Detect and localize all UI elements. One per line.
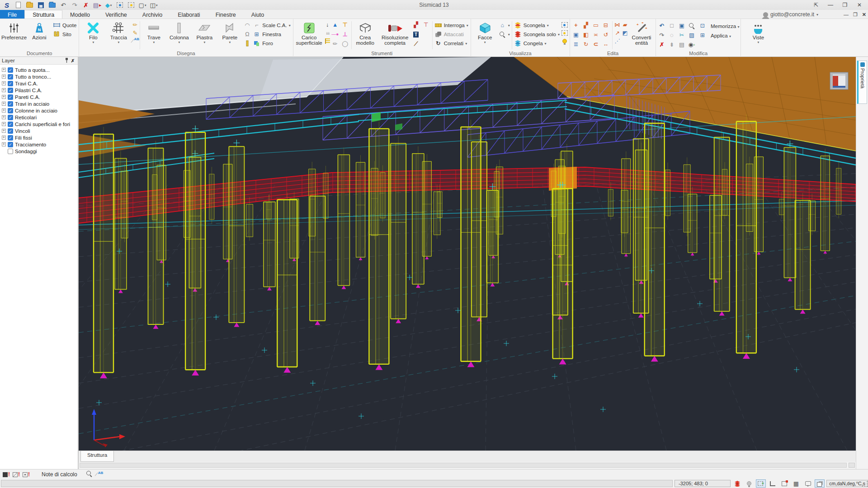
layer-tree-item[interactable]: +✓Fili fissi bbox=[2, 134, 78, 141]
wrap-icon[interactable]: ⊂ bbox=[591, 40, 600, 49]
text-find-button[interactable]: ⟋AB bbox=[95, 472, 104, 477]
ellipse-icon[interactable]: ◯ bbox=[341, 40, 349, 47]
expand-icon[interactable]: + bbox=[2, 68, 6, 72]
layers-state-button[interactable] bbox=[732, 479, 742, 488]
move-icon[interactable]: + bbox=[571, 21, 580, 30]
rotate-copy-icon[interactable]: ↻ bbox=[581, 40, 590, 49]
cone-support-icon[interactable]: ▲ bbox=[331, 21, 339, 28]
grid-toggle[interactable]: ▦ bbox=[791, 479, 801, 488]
expand-icon[interactable]: + bbox=[2, 81, 6, 85]
tab-struttura[interactable]: Struttura bbox=[24, 10, 62, 19]
doc-restore-button[interactable]: ❐ bbox=[853, 12, 858, 18]
layer-visibility-checkbox[interactable]: ✓ bbox=[8, 135, 13, 141]
sketch-pencil-icon[interactable]: ✏ bbox=[331, 40, 339, 47]
applica-label[interactable]: Applica ▾ bbox=[710, 33, 739, 38]
link-node-icon[interactable]: —● bbox=[331, 31, 339, 38]
tab-archivio[interactable]: Archivio bbox=[135, 10, 170, 19]
foro-button[interactable]: Foro bbox=[242, 39, 291, 47]
tile-windows-button[interactable]: ◫▾ bbox=[150, 1, 158, 9]
layer-visibility-checkbox[interactable]: ✓ bbox=[8, 88, 13, 93]
layer-tree-item[interactable]: +✓Pilastri C.A. bbox=[2, 87, 78, 94]
tab-modello[interactable]: Modello bbox=[62, 10, 98, 19]
delete-entity-icon[interactable]: ✗ bbox=[657, 41, 666, 49]
scongela-button[interactable]: Scongela ▾ bbox=[513, 21, 561, 29]
pin-panel-button[interactable] bbox=[63, 58, 70, 64]
text-style-icon[interactable]: T bbox=[412, 31, 420, 38]
cut-icon[interactable]: ✂ bbox=[677, 31, 686, 40]
rotate-icon[interactable]: ↺ bbox=[601, 31, 610, 39]
trave-button[interactable]: Trave ▾ bbox=[141, 20, 166, 45]
proprieta-tab[interactable]: Proprietà bbox=[857, 61, 867, 104]
layer-visibility-checkbox[interactable]: ✓ bbox=[8, 74, 13, 80]
apply-view-icon[interactable]: ⊞ bbox=[698, 31, 707, 40]
model-viewport[interactable] bbox=[79, 57, 856, 450]
layer-visibility-checkbox[interactable]: ✓ bbox=[8, 128, 13, 134]
isolate-selection-icon[interactable] bbox=[561, 21, 568, 28]
line-load-icon[interactable]: ↓↓↓ bbox=[324, 29, 331, 37]
attaccati-button[interactable]: Attaccati bbox=[434, 30, 469, 38]
memorizza-label[interactable]: Memorizza ▾ bbox=[710, 23, 739, 29]
polyline-edit-icon[interactable]: ↗ bbox=[613, 29, 621, 37]
pin-ribbon-button[interactable]: ⇱ bbox=[809, 0, 823, 9]
expand-icon[interactable]: + bbox=[2, 115, 6, 119]
clipboard-icon[interactable]: ▤ bbox=[677, 41, 686, 49]
layer-tree-item[interactable]: +✓Tutto a tronco... bbox=[2, 73, 78, 80]
risoluzione-completa-button[interactable]: Risoluzione completa bbox=[378, 20, 412, 46]
search-notes-button[interactable] bbox=[86, 471, 92, 478]
tooltip-toggle[interactable] bbox=[803, 479, 813, 488]
layer-tree-item[interactable]: +✓Tracciamento bbox=[2, 141, 78, 148]
traccia-button[interactable]: Traccia ▾ bbox=[106, 20, 131, 45]
screenshot-icon[interactable]: ◉+ bbox=[687, 41, 696, 49]
red-blocks-icon[interactable]: ▞ bbox=[412, 21, 420, 28]
tab-finestre[interactable]: Finestre bbox=[208, 10, 244, 19]
undo-history-icon[interactable]: ↶ bbox=[657, 22, 666, 30]
point-load-icon[interactable]: ↓ bbox=[324, 21, 331, 28]
text-leader-icon[interactable]: ⟋AB bbox=[131, 38, 139, 45]
minimize-button[interactable]: — bbox=[824, 0, 837, 9]
bulb-state-button[interactable] bbox=[744, 479, 754, 488]
trim-icon[interactable]: ⊟ bbox=[601, 21, 610, 30]
expand-icon[interactable]: + bbox=[2, 142, 6, 146]
horizontal-scrollbar[interactable] bbox=[79, 462, 856, 469]
red-beam-tool-icon[interactable]: ⊤ bbox=[422, 21, 430, 28]
solid-warning-button[interactable]: ! bbox=[3, 472, 10, 477]
colonna-button[interactable]: Colonna ▾ bbox=[166, 20, 192, 45]
select-filter-button[interactable] bbox=[127, 1, 135, 9]
layer-visibility-checkbox[interactable]: ✓ bbox=[8, 67, 13, 73]
expand-icon[interactable]: + bbox=[2, 95, 6, 99]
redo-history-icon[interactable]: ↷ bbox=[657, 31, 666, 40]
layer-visibility-checkbox[interactable]: ✓ bbox=[8, 81, 13, 86]
piastra-button[interactable]: Piastra ▾ bbox=[192, 20, 217, 45]
copy-icon[interactable]: ▣ bbox=[571, 31, 580, 39]
interroga-button[interactable]: Interroga ▾ bbox=[434, 21, 469, 29]
copy-array-icon[interactable]: ▞ bbox=[581, 21, 590, 30]
expand-icon[interactable]: + bbox=[2, 122, 6, 126]
layer-tree-item[interactable]: +✓Pareti C.A. bbox=[2, 94, 78, 100]
open-folder-button[interactable] bbox=[25, 1, 33, 9]
new-document-button[interactable] bbox=[14, 1, 22, 9]
snap-toggle[interactable] bbox=[779, 479, 789, 488]
post-support-icon[interactable]: ⊤ bbox=[341, 21, 349, 28]
account-menu[interactable]: giotto@concrete.it ▾ bbox=[763, 10, 818, 19]
array-icon[interactable]: ≣ bbox=[571, 40, 580, 49]
align-icon[interactable]: ≍ bbox=[591, 31, 600, 39]
expand-icon[interactable]: + bbox=[2, 108, 6, 113]
delete-button[interactable]: ✗ bbox=[82, 1, 90, 9]
expand-icon[interactable]: + bbox=[2, 88, 6, 92]
expand-icon[interactable]: + bbox=[2, 136, 6, 140]
pencil-edit-icon[interactable]: ✎ bbox=[131, 29, 139, 37]
layer-visibility-checkbox[interactable]: ✓ bbox=[8, 142, 13, 147]
filo-button[interactable]: Filo ▾ bbox=[80, 20, 106, 45]
scongela-solo-button[interactable]: Scongela solo ▾ bbox=[513, 30, 561, 38]
match-properties-icon[interactable]: ▰ bbox=[621, 21, 629, 28]
finestra-button[interactable]: Ω ⊞ Finestra bbox=[242, 30, 291, 38]
broom-icon[interactable]: ⟋ bbox=[412, 40, 420, 47]
open-project-button[interactable] bbox=[48, 1, 56, 9]
converti-entita-button[interactable]: +++ Converti entità bbox=[629, 20, 654, 46]
select-all-icon[interactable]: ▣ bbox=[677, 22, 686, 30]
layer-tree-item[interactable]: +✓Reticolari bbox=[2, 114, 78, 121]
hide-selection-icon[interactable] bbox=[561, 29, 568, 37]
doc-close-button[interactable]: ✕ bbox=[862, 12, 866, 18]
carico-superficiale-button[interactable]: Carico superficiale bbox=[295, 20, 324, 46]
sito-button[interactable]: Sito bbox=[52, 30, 77, 38]
